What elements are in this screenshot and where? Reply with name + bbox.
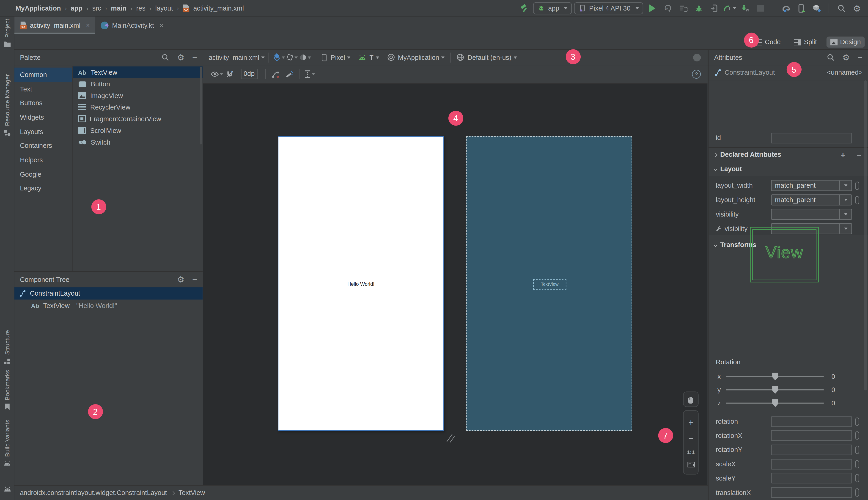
palette-category-widgets[interactable]: Widgets <box>14 110 72 124</box>
layout-width-combo[interactable]: match_parent <box>771 180 852 191</box>
theme-selector[interactable]: MyApplication <box>398 53 439 61</box>
apply-changes-icon[interactable]: A <box>661 2 674 15</box>
gear-icon[interactable]: ⚙ <box>842 52 850 62</box>
device-selector[interactable]: Pixel <box>331 53 345 61</box>
infer-constraints-wand-icon[interactable] <box>282 68 296 81</box>
tab-activity-main-xml[interactable]: <> activity_main.xml × <box>14 16 95 34</box>
rotationx-input[interactable] <box>771 430 852 441</box>
orientation-icon[interactable] <box>285 50 299 64</box>
rotation-x-slider[interactable] <box>727 376 824 377</box>
palette-item-button[interactable]: Button <box>73 78 203 90</box>
tree-node-constraintlayout[interactable]: ConstraintLayout <box>14 287 203 299</box>
issues-panel-icon[interactable] <box>693 53 701 61</box>
blueprint-textview[interactable]: TextView <box>533 279 566 289</box>
translationx-input[interactable] <box>771 487 852 498</box>
tool-window-project[interactable]: Project <box>0 19 14 48</box>
palette-category-helpers[interactable]: Helpers <box>14 153 72 167</box>
view-options-eye-icon[interactable] <box>210 68 223 81</box>
layout-height-combo[interactable]: match_parent <box>771 194 852 205</box>
design-surface-selector-icon[interactable] <box>272 50 285 64</box>
apply-code-changes-icon[interactable] <box>676 2 690 15</box>
add-attribute-button[interactable]: + <box>841 150 845 159</box>
constraint-toggle[interactable] <box>855 488 859 497</box>
tool-window-structure[interactable]: Structure <box>0 330 14 365</box>
search-icon[interactable] <box>161 53 169 61</box>
palette-category-text[interactable]: Text <box>14 82 72 96</box>
profiler-icon[interactable] <box>723 2 736 15</box>
api-version-selector[interactable]: T <box>369 53 374 61</box>
zoom-to-fit-button[interactable] <box>687 462 694 467</box>
sdk-manager-icon[interactable] <box>810 2 823 15</box>
run-button[interactable] <box>646 2 659 15</box>
gear-icon[interactable]: ⚙ <box>177 274 185 284</box>
tab-mainactivity-kt[interactable]: MainActivity.kt × <box>95 16 169 34</box>
zoom-out-button[interactable]: − <box>688 433 693 443</box>
device-manager-icon[interactable] <box>795 2 808 15</box>
design-canvas[interactable]: Hello World! TextView + − 1:1 <box>203 84 708 485</box>
constraint-toggle[interactable] <box>855 417 859 425</box>
rotation-input[interactable] <box>771 416 852 427</box>
palette-category-buttons[interactable]: Buttons <box>14 96 72 110</box>
slider-thumb[interactable] <box>772 386 778 394</box>
constraint-toggle[interactable] <box>855 431 859 440</box>
palette-item-recyclerview[interactable]: RecyclerView <box>73 101 203 113</box>
device-dropdown[interactable]: Pixel 4 API 30 <box>574 2 643 14</box>
palette-item-switch[interactable]: Switch <box>73 136 203 148</box>
device-icon[interactable] <box>317 50 331 64</box>
design-view-preview[interactable]: Hello World! <box>278 136 444 431</box>
declared-attributes-section[interactable]: Declared Attributes + − <box>709 148 868 161</box>
palette-category-containers[interactable]: Containers <box>14 139 72 153</box>
mode-design-button[interactable]: Design <box>826 36 865 47</box>
close-icon[interactable]: × <box>159 21 163 29</box>
constraint-toggle[interactable] <box>855 460 859 468</box>
constraint-toggle[interactable] <box>855 181 859 190</box>
palette-item-fragmentcontainerview[interactable]: FragmentContainerView <box>73 113 203 125</box>
palette-category-legacy[interactable]: Legacy <box>14 181 72 195</box>
pan-hand-button[interactable] <box>683 391 699 407</box>
tool-window-bookmarks[interactable]: Bookmarks <box>0 370 14 410</box>
close-icon[interactable]: × <box>86 21 90 29</box>
blueprint-view-preview[interactable]: TextView <box>466 136 632 431</box>
status-node[interactable]: TextView <box>179 489 205 497</box>
palette-category-google[interactable]: Google <box>14 167 72 181</box>
guidelines-icon[interactable] <box>303 68 316 81</box>
help-icon[interactable]: ? <box>692 70 701 79</box>
constraint-toggle[interactable] <box>855 196 859 204</box>
default-margin-button[interactable]: 0dp <box>241 69 258 79</box>
scalex-input[interactable] <box>771 459 852 469</box>
slider-thumb[interactable] <box>772 399 778 407</box>
breadcrumb-res[interactable]: res <box>136 4 145 12</box>
tool-window-resource-manager[interactable]: Resource Manager <box>0 74 14 137</box>
palette-category-layouts[interactable]: Layouts <box>14 124 72 139</box>
layout-file-dropdown[interactable]: activity_main.xml <box>209 53 259 61</box>
search-icon[interactable] <box>826 53 835 61</box>
run-config-dropdown[interactable]: app <box>533 2 572 14</box>
clear-constraints-icon[interactable]: × <box>269 68 282 81</box>
remove-attribute-button[interactable]: − <box>857 150 861 159</box>
canvas-resize-handle[interactable] <box>446 433 456 443</box>
palette-item-textview[interactable]: Ab TextView <box>73 67 203 78</box>
palette-scrollbar[interactable] <box>200 67 202 144</box>
locale-selector[interactable]: Default (en-us) <box>467 53 512 61</box>
tool-window-build-variants[interactable]: Build Variants <box>0 420 14 466</box>
palette-category-common[interactable]: Common <box>14 68 72 82</box>
search-everywhere-icon[interactable] <box>835 2 848 15</box>
rotation-z-slider[interactable] <box>727 402 824 404</box>
build-hammer-icon[interactable] <box>518 2 531 15</box>
minimize-icon[interactable]: − <box>858 53 863 62</box>
stop-button[interactable] <box>754 2 767 15</box>
zoom-actual-button[interactable]: 1:1 <box>687 450 695 456</box>
minimize-icon[interactable]: − <box>192 275 197 284</box>
slider-thumb[interactable] <box>772 373 778 380</box>
debug-icon[interactable] <box>692 2 705 15</box>
breadcrumb-file[interactable]: activity_main.xml <box>193 4 244 12</box>
palette-item-scrollview[interactable]: ScrollView <box>73 125 203 136</box>
settings-gear-icon[interactable]: ⚙ <box>850 2 864 15</box>
scaley-input[interactable] <box>771 473 852 484</box>
breadcrumb-main[interactable]: main <box>111 4 126 12</box>
zoom-in-button[interactable]: + <box>688 418 693 427</box>
breadcrumb-src[interactable]: src <box>92 4 101 12</box>
visibility-combo[interactable] <box>771 209 852 220</box>
night-mode-icon[interactable] <box>299 50 312 64</box>
palette-item-imageview[interactable]: ImageView <box>73 90 203 101</box>
